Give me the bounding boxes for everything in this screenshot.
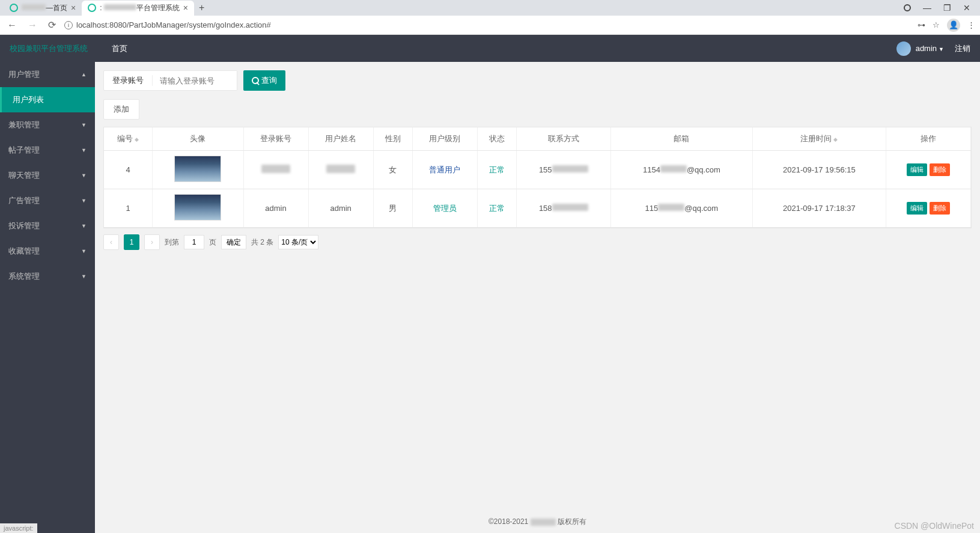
logout-link[interactable]: 注销 [955, 43, 970, 54]
chevron-down-icon: ▼ [81, 198, 87, 204]
cell-gender: 男 [373, 189, 412, 228]
close-icon[interactable]: × [183, 3, 188, 13]
star-icon[interactable]: ☆ [933, 20, 940, 29]
browser-tab[interactable]: : 平台管理系统 × [82, 1, 194, 16]
url-bar[interactable]: i localhost:8080/PartJobManager/system/g… [64, 20, 912, 29]
chevron-down-icon: ▼ [939, 46, 944, 52]
sidebar-item-post-mgmt[interactable]: 帖子管理 ▼ [0, 138, 95, 163]
browser-tab[interactable]: —首页 × [4, 1, 82, 16]
page-size-select[interactable]: 10 条/页 [278, 235, 318, 249]
new-tab-button[interactable]: + [194, 1, 209, 14]
menu-icon[interactable]: ⋮ [967, 20, 975, 29]
sidebar-item-job-mgmt[interactable]: 兼职管理 ▼ [0, 112, 95, 138]
tab-bar: —首页 × : 平台管理系统 × + — ❐ ✕ [0, 0, 980, 16]
avatar-thumb[interactable] [174, 194, 221, 221]
sidebar-label: 帖子管理 [8, 145, 40, 156]
close-icon[interactable]: ✕ [963, 3, 970, 13]
th-regtime[interactable]: 注册时间◆ [752, 127, 886, 151]
sidebar-label: 投诉管理 [8, 221, 40, 231]
cell-status: 正常 [477, 189, 516, 228]
sidebar-item-favorite-mgmt[interactable]: 收藏管理 ▼ [0, 239, 95, 264]
sidebar-label: 广告管理 [8, 195, 40, 206]
sidebar-item-user-list[interactable]: 用户列表 [0, 87, 95, 112]
page-confirm[interactable]: 确定 [221, 235, 246, 249]
cell-avatar [153, 189, 243, 228]
cell-phone: 158 [516, 189, 611, 228]
delete-button[interactable]: 删除 [930, 202, 950, 215]
th-phone: 联系方式 [516, 127, 611, 151]
chevron-down-icon: ▼ [81, 147, 87, 153]
page-prev[interactable]: ‹ [103, 234, 119, 250]
search-button-label: 查询 [261, 75, 277, 86]
forward-button[interactable]: → [25, 19, 40, 32]
page-number[interactable]: 1 [124, 234, 139, 250]
cell-actions: 编辑 删除 [886, 151, 971, 189]
goto-suffix: 页 [209, 237, 216, 248]
search-icon [252, 77, 259, 84]
maximize-icon[interactable]: ❐ [943, 3, 951, 13]
sidebar-item-chat-mgmt[interactable]: 聊天管理 ▼ [0, 163, 95, 188]
info-icon[interactable]: i [64, 21, 73, 29]
cell-account: admin [243, 189, 308, 228]
sidebar-item-complaint-mgmt[interactable]: 投诉管理 ▼ [0, 213, 95, 239]
cell-email: 1154@qq.com [611, 151, 753, 189]
key-icon[interactable]: ⊶ [918, 20, 925, 29]
th-gender: 性别 [373, 127, 412, 151]
cell-level: 管理员 [412, 189, 477, 228]
page-input[interactable] [184, 235, 204, 249]
window-controls: — ❐ ✕ [904, 3, 976, 13]
cell-phone: 155 [516, 151, 611, 189]
cell-avatar [153, 151, 243, 189]
delete-button[interactable]: 删除 [930, 163, 950, 176]
th-name: 用户姓名 [308, 127, 373, 151]
sidebar-item-system-mgmt[interactable]: 系统管理 ▼ [0, 264, 95, 289]
tab-title: —首页 [22, 3, 67, 13]
pagination: ‹ 1 › 到第 页 确定 共 2 条 10 条/页 [103, 228, 972, 258]
edit-button[interactable]: 编辑 [907, 163, 927, 176]
th-id[interactable]: 编号◆ [104, 127, 153, 151]
add-button[interactable]: 添加 [103, 99, 139, 120]
tab-title: : 平台管理系统 [100, 3, 180, 13]
cell-actions: 编辑 删除 [886, 189, 971, 228]
chevron-down-icon: ▼ [81, 223, 87, 229]
minimize-icon[interactable]: — [923, 3, 931, 13]
cell-name: admin [308, 189, 373, 228]
watermark: CSDN @OldWinePot [895, 521, 974, 531]
cell-gender: 女 [373, 151, 412, 189]
main-content: 登录账号 查询 添加 编号◆ 头像 [95, 62, 980, 533]
nav-home[interactable]: 首页 [112, 43, 127, 54]
search-input[interactable] [153, 71, 237, 90]
table-row: 1 admin admin 男 管理员 正常 158 115@qq.com 20… [104, 189, 971, 228]
sidebar-label: 兼职管理 [8, 120, 40, 130]
close-icon[interactable]: × [71, 3, 76, 13]
cell-regtime: 2021-09-17 19:56:15 [752, 151, 886, 189]
dot-icon[interactable] [904, 4, 911, 11]
search-button[interactable]: 查询 [243, 70, 285, 91]
profile-icon[interactable]: 👤 [947, 19, 960, 32]
reload-button[interactable]: ⟳ [46, 18, 58, 32]
th-email: 邮箱 [611, 127, 753, 151]
avatar-thumb[interactable] [174, 156, 221, 182]
cell-id: 1 [104, 189, 153, 228]
th-action: 操作 [886, 127, 971, 151]
username-dropdown[interactable]: admin▼ [916, 44, 944, 53]
data-table: 编号◆ 头像 登录账号 用户姓名 性别 用户级别 状态 联系方式 邮箱 注册时间… [103, 127, 972, 228]
app: 校园兼职平台管理系统 首页 admin▼ 注销 用户管理 ▲ 用户列表 兼职管理… [0, 35, 980, 533]
favicon-icon [88, 4, 96, 12]
sidebar-label: 用户管理 [8, 69, 40, 80]
back-button[interactable]: ← [5, 19, 19, 32]
sidebar-item-user-mgmt[interactable]: 用户管理 ▲ [0, 62, 95, 87]
chevron-down-icon: ▼ [81, 122, 87, 128]
sort-icon: ◆ [833, 136, 838, 142]
sidebar-item-ad-mgmt[interactable]: 广告管理 ▼ [0, 188, 95, 213]
page-next[interactable]: › [144, 234, 160, 250]
th-avatar: 头像 [153, 127, 243, 151]
edit-button[interactable]: 编辑 [907, 202, 927, 215]
avatar[interactable] [896, 41, 911, 56]
th-status: 状态 [477, 127, 516, 151]
input-label: 登录账号 [104, 75, 153, 86]
sidebar-label: 系统管理 [8, 271, 40, 282]
sidebar: 用户管理 ▲ 用户列表 兼职管理 ▼ 帖子管理 ▼ 聊天管理 ▼ 广告管理 ▼ [0, 62, 95, 533]
status-bar: javascript: [0, 523, 37, 533]
cell-id: 4 [104, 151, 153, 189]
